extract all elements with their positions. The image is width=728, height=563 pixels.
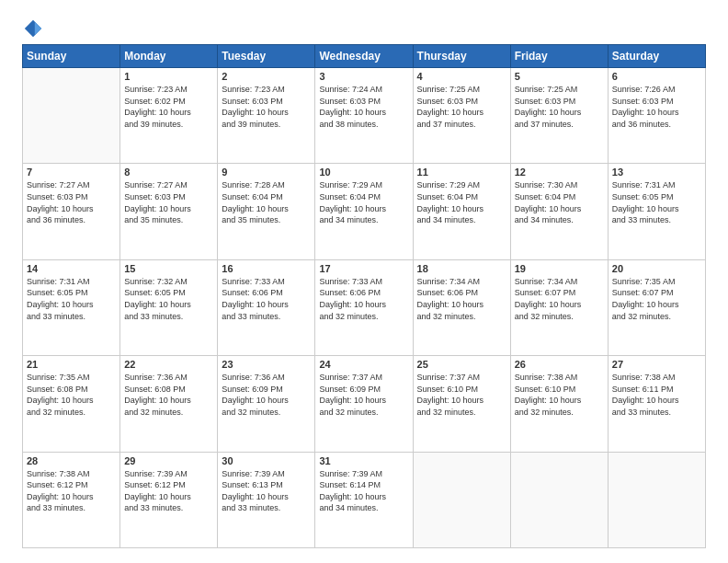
calendar-cell: 17Sunrise: 7:33 AM Sunset: 6:06 PM Dayli… [315, 259, 413, 355]
calendar-cell [413, 452, 510, 547]
calendar-cell: 28Sunrise: 7:38 AM Sunset: 6:12 PM Dayli… [23, 452, 120, 547]
day-number: 20 [612, 263, 701, 274]
day-number: 23 [222, 359, 311, 370]
weekday-header-cell: Sunday [23, 45, 120, 68]
calendar-week-row: 28Sunrise: 7:38 AM Sunset: 6:12 PM Dayli… [23, 452, 706, 547]
day-info: Sunrise: 7:35 AM Sunset: 6:08 PM Dayligh… [27, 372, 116, 418]
day-number: 5 [515, 71, 604, 82]
calendar-page: SundayMondayTuesdayWednesdayThursdayFrid… [0, 0, 728, 563]
day-info: Sunrise: 7:25 AM Sunset: 6:03 PM Dayligh… [515, 84, 604, 130]
calendar-week-row: 1Sunrise: 7:23 AM Sunset: 6:02 PM Daylig… [23, 68, 706, 164]
day-number: 14 [27, 263, 116, 274]
day-info: Sunrise: 7:39 AM Sunset: 6:13 PM Dayligh… [222, 468, 311, 514]
weekday-header-row: SundayMondayTuesdayWednesdayThursdayFrid… [23, 45, 706, 68]
day-info: Sunrise: 7:39 AM Sunset: 6:14 PM Dayligh… [319, 468, 408, 514]
day-number: 19 [515, 263, 604, 274]
day-number: 24 [319, 359, 408, 370]
day-number: 8 [124, 167, 213, 178]
header [22, 18, 706, 35]
calendar-cell: 15Sunrise: 7:32 AM Sunset: 6:05 PM Dayli… [120, 259, 218, 355]
calendar-week-row: 21Sunrise: 7:35 AM Sunset: 6:08 PM Dayli… [23, 356, 706, 452]
day-info: Sunrise: 7:39 AM Sunset: 6:12 PM Dayligh… [124, 468, 213, 514]
day-number: 18 [417, 263, 506, 274]
day-info: Sunrise: 7:27 AM Sunset: 6:03 PM Dayligh… [27, 179, 116, 225]
calendar-cell: 12Sunrise: 7:30 AM Sunset: 6:04 PM Dayli… [510, 164, 608, 259]
weekday-header-cell: Tuesday [218, 45, 315, 68]
day-info: Sunrise: 7:32 AM Sunset: 6:05 PM Dayligh… [124, 276, 213, 322]
day-info: Sunrise: 7:23 AM Sunset: 6:02 PM Dayligh… [124, 84, 213, 130]
calendar-cell [510, 452, 608, 547]
day-number: 28 [27, 455, 116, 466]
calendar-cell: 29Sunrise: 7:39 AM Sunset: 6:12 PM Dayli… [120, 452, 218, 547]
day-number: 6 [612, 71, 701, 82]
day-number: 30 [222, 455, 311, 466]
calendar-cell: 8Sunrise: 7:27 AM Sunset: 6:03 PM Daylig… [120, 164, 218, 259]
calendar-cell: 23Sunrise: 7:36 AM Sunset: 6:09 PM Dayli… [218, 356, 315, 452]
calendar-cell: 21Sunrise: 7:35 AM Sunset: 6:08 PM Dayli… [23, 356, 120, 452]
weekday-header-cell: Saturday [608, 45, 705, 68]
day-number: 7 [27, 167, 116, 178]
calendar-cell: 25Sunrise: 7:37 AM Sunset: 6:10 PM Dayli… [413, 356, 510, 452]
day-info: Sunrise: 7:36 AM Sunset: 6:08 PM Dayligh… [124, 372, 213, 418]
calendar-cell: 5Sunrise: 7:25 AM Sunset: 6:03 PM Daylig… [510, 68, 608, 164]
calendar-cell: 4Sunrise: 7:25 AM Sunset: 6:03 PM Daylig… [413, 68, 510, 164]
calendar-cell: 20Sunrise: 7:35 AM Sunset: 6:07 PM Dayli… [608, 259, 705, 355]
day-info: Sunrise: 7:29 AM Sunset: 6:04 PM Dayligh… [417, 179, 506, 225]
calendar-cell: 16Sunrise: 7:33 AM Sunset: 6:06 PM Dayli… [218, 259, 315, 355]
calendar-cell [23, 68, 120, 164]
day-info: Sunrise: 7:37 AM Sunset: 6:10 PM Dayligh… [417, 372, 506, 418]
day-info: Sunrise: 7:33 AM Sunset: 6:06 PM Dayligh… [319, 276, 408, 322]
calendar-cell: 10Sunrise: 7:29 AM Sunset: 6:04 PM Dayli… [315, 164, 413, 259]
day-number: 4 [417, 71, 506, 82]
day-info: Sunrise: 7:33 AM Sunset: 6:06 PM Dayligh… [222, 276, 311, 322]
calendar-cell: 2Sunrise: 7:23 AM Sunset: 6:03 PM Daylig… [218, 68, 315, 164]
day-info: Sunrise: 7:26 AM Sunset: 6:03 PM Dayligh… [612, 84, 701, 130]
weekday-header-cell: Thursday [413, 45, 510, 68]
day-info: Sunrise: 7:25 AM Sunset: 6:03 PM Dayligh… [417, 84, 506, 130]
day-number: 27 [612, 359, 701, 370]
calendar-week-row: 7Sunrise: 7:27 AM Sunset: 6:03 PM Daylig… [23, 164, 706, 259]
calendar-cell: 26Sunrise: 7:38 AM Sunset: 6:10 PM Dayli… [510, 356, 608, 452]
calendar-cell [608, 452, 705, 547]
calendar-cell: 22Sunrise: 7:36 AM Sunset: 6:08 PM Dayli… [120, 356, 218, 452]
calendar-cell: 6Sunrise: 7:26 AM Sunset: 6:03 PM Daylig… [608, 68, 705, 164]
day-info: Sunrise: 7:38 AM Sunset: 6:12 PM Dayligh… [27, 468, 116, 514]
day-number: 22 [124, 359, 213, 370]
day-info: Sunrise: 7:28 AM Sunset: 6:04 PM Dayligh… [222, 179, 311, 225]
day-number: 15 [124, 263, 213, 274]
day-info: Sunrise: 7:38 AM Sunset: 6:10 PM Dayligh… [515, 372, 604, 418]
calendar-cell: 1Sunrise: 7:23 AM Sunset: 6:02 PM Daylig… [120, 68, 218, 164]
calendar-cell: 30Sunrise: 7:39 AM Sunset: 6:13 PM Dayli… [218, 452, 315, 547]
calendar-body: 1Sunrise: 7:23 AM Sunset: 6:02 PM Daylig… [23, 68, 706, 548]
calendar-cell: 18Sunrise: 7:34 AM Sunset: 6:06 PM Dayli… [413, 259, 510, 355]
day-info: Sunrise: 7:29 AM Sunset: 6:04 PM Dayligh… [319, 179, 408, 225]
day-number: 25 [417, 359, 506, 370]
logo [22, 18, 43, 35]
day-number: 17 [319, 263, 408, 274]
calendar-week-row: 14Sunrise: 7:31 AM Sunset: 6:05 PM Dayli… [23, 259, 706, 355]
day-number: 12 [515, 167, 604, 178]
day-info: Sunrise: 7:37 AM Sunset: 6:09 PM Dayligh… [319, 372, 408, 418]
day-number: 1 [124, 71, 213, 82]
day-number: 10 [319, 167, 408, 178]
calendar-cell: 3Sunrise: 7:24 AM Sunset: 6:03 PM Daylig… [315, 68, 413, 164]
day-info: Sunrise: 7:30 AM Sunset: 6:04 PM Dayligh… [515, 179, 604, 225]
svg-marker-1 [35, 22, 41, 36]
calendar-cell: 7Sunrise: 7:27 AM Sunset: 6:03 PM Daylig… [23, 164, 120, 259]
calendar-cell: 13Sunrise: 7:31 AM Sunset: 6:05 PM Dayli… [608, 164, 705, 259]
calendar-cell: 11Sunrise: 7:29 AM Sunset: 6:04 PM Dayli… [413, 164, 510, 259]
day-number: 29 [124, 455, 213, 466]
weekday-header-cell: Friday [510, 45, 608, 68]
day-info: Sunrise: 7:35 AM Sunset: 6:07 PM Dayligh… [612, 276, 701, 322]
day-info: Sunrise: 7:36 AM Sunset: 6:09 PM Dayligh… [222, 372, 311, 418]
day-info: Sunrise: 7:34 AM Sunset: 6:07 PM Dayligh… [515, 276, 604, 322]
day-number: 16 [222, 263, 311, 274]
day-number: 9 [222, 167, 311, 178]
weekday-header-cell: Wednesday [315, 45, 413, 68]
calendar-cell: 31Sunrise: 7:39 AM Sunset: 6:14 PM Dayli… [315, 452, 413, 547]
day-info: Sunrise: 7:23 AM Sunset: 6:03 PM Dayligh… [222, 84, 311, 130]
calendar-cell: 19Sunrise: 7:34 AM Sunset: 6:07 PM Dayli… [510, 259, 608, 355]
calendar-table: SundayMondayTuesdayWednesdayThursdayFrid… [22, 44, 706, 548]
day-number: 3 [319, 71, 408, 82]
day-info: Sunrise: 7:24 AM Sunset: 6:03 PM Dayligh… [319, 84, 408, 130]
